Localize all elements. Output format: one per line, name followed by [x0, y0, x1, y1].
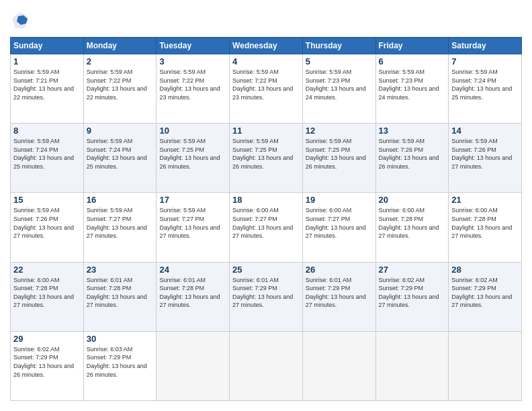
day-info: Sunrise: 6:00 AMSunset: 7:27 PMDaylight:… — [232, 206, 300, 240]
calendar-cell: 14Sunrise: 5:59 AMSunset: 7:26 PMDayligh… — [449, 124, 522, 193]
day-info: Sunrise: 6:00 AMSunset: 7:28 PMDaylight:… — [13, 276, 81, 310]
weekday-header-friday: Friday — [375, 38, 449, 54]
day-info: Sunrise: 6:02 AMSunset: 7:29 PMDaylight:… — [379, 276, 446, 310]
weekday-header-monday: Monday — [83, 38, 157, 54]
day-number: 10 — [159, 126, 226, 136]
day-info: Sunrise: 5:59 AMSunset: 7:27 PMDaylight:… — [159, 206, 226, 240]
calendar-cell: 28Sunrise: 6:02 AMSunset: 7:29 PMDayligh… — [449, 262, 522, 331]
calendar-cell: 13Sunrise: 5:59 AMSunset: 7:26 PMDayligh… — [375, 124, 449, 193]
calendar-cell: 19Sunrise: 6:00 AMSunset: 7:27 PMDayligh… — [302, 193, 375, 262]
day-number: 30 — [87, 334, 154, 344]
calendar-cell — [157, 331, 230, 400]
day-info: Sunrise: 5:59 AMSunset: 7:26 PMDaylight:… — [451, 137, 519, 171]
calendar-cell: 18Sunrise: 6:00 AMSunset: 7:27 PMDayligh… — [230, 193, 303, 262]
day-info: Sunrise: 6:03 AMSunset: 7:29 PMDaylight:… — [87, 345, 154, 379]
day-info: Sunrise: 5:59 AMSunset: 7:24 PMDaylight:… — [451, 68, 519, 101]
day-number: 19 — [306, 195, 373, 205]
calendar-cell: 24Sunrise: 6:01 AMSunset: 7:28 PMDayligh… — [157, 262, 230, 331]
calendar-week-3: 22Sunrise: 6:00 AMSunset: 7:28 PMDayligh… — [11, 262, 522, 331]
day-info: Sunrise: 5:59 AMSunset: 7:26 PMDaylight:… — [379, 137, 446, 171]
day-number: 27 — [379, 265, 446, 275]
calendar-cell: 27Sunrise: 6:02 AMSunset: 7:29 PMDayligh… — [375, 262, 449, 331]
day-number: 11 — [232, 126, 300, 136]
calendar-cell: 4Sunrise: 5:59 AMSunset: 7:22 PMDaylight… — [230, 54, 303, 124]
calendar-cell: 22Sunrise: 6:00 AMSunset: 7:28 PMDayligh… — [11, 262, 84, 331]
calendar-cell: 25Sunrise: 6:01 AMSunset: 7:29 PMDayligh… — [230, 262, 303, 331]
day-number: 24 — [159, 265, 226, 275]
day-number: 5 — [306, 56, 373, 66]
calendar-cell: 23Sunrise: 6:01 AMSunset: 7:28 PMDayligh… — [83, 262, 157, 331]
day-info: Sunrise: 5:59 AMSunset: 7:25 PMDaylight:… — [306, 137, 373, 171]
day-info: Sunrise: 5:59 AMSunset: 7:26 PMDaylight:… — [13, 206, 81, 240]
calendar-cell: 15Sunrise: 5:59 AMSunset: 7:26 PMDayligh… — [11, 193, 84, 262]
calendar-cell: 26Sunrise: 6:01 AMSunset: 7:29 PMDayligh… — [302, 262, 375, 331]
day-number: 3 — [159, 56, 226, 66]
day-number: 1 — [13, 56, 81, 66]
calendar-week-2: 15Sunrise: 5:59 AMSunset: 7:26 PMDayligh… — [11, 193, 522, 262]
page: SundayMondayTuesdayWednesdayThursdayFrid… — [0, 0, 532, 411]
calendar-week-1: 8Sunrise: 5:59 AMSunset: 7:24 PMDaylight… — [11, 124, 522, 193]
day-number: 23 — [87, 265, 154, 275]
weekday-header-tuesday: Tuesday — [157, 38, 230, 54]
calendar-week-0: 1Sunrise: 5:59 AMSunset: 7:21 PMDaylight… — [11, 54, 522, 124]
calendar-cell: 2Sunrise: 5:59 AMSunset: 7:22 PMDaylight… — [83, 54, 157, 124]
day-number: 14 — [451, 126, 519, 136]
day-info: Sunrise: 6:02 AMSunset: 7:29 PMDaylight:… — [13, 345, 81, 379]
weekday-header-saturday: Saturday — [449, 38, 522, 54]
day-info: Sunrise: 6:01 AMSunset: 7:29 PMDaylight:… — [232, 276, 300, 310]
day-number: 29 — [13, 334, 81, 344]
day-number: 28 — [451, 265, 519, 275]
calendar-cell: 9Sunrise: 5:59 AMSunset: 7:24 PMDaylight… — [83, 124, 157, 193]
day-number: 25 — [232, 265, 300, 275]
weekday-header-sunday: Sunday — [11, 38, 84, 54]
weekday-header-row: SundayMondayTuesdayWednesdayThursdayFrid… — [11, 38, 522, 54]
calendar-cell: 20Sunrise: 6:00 AMSunset: 7:28 PMDayligh… — [375, 193, 449, 262]
calendar-cell — [302, 331, 375, 400]
header — [10, 10, 522, 30]
day-number: 2 — [87, 56, 154, 66]
day-number: 22 — [13, 265, 81, 275]
day-number: 21 — [451, 195, 519, 205]
day-number: 17 — [159, 195, 226, 205]
day-info: Sunrise: 6:00 AMSunset: 7:27 PMDaylight:… — [306, 206, 373, 240]
calendar-table: SundayMondayTuesdayWednesdayThursdayFrid… — [10, 37, 522, 401]
calendar-cell: 7Sunrise: 5:59 AMSunset: 7:24 PMDaylight… — [449, 54, 522, 124]
day-info: Sunrise: 6:01 AMSunset: 7:28 PMDaylight:… — [159, 276, 226, 310]
day-number: 26 — [306, 265, 373, 275]
day-info: Sunrise: 5:59 AMSunset: 7:22 PMDaylight:… — [232, 68, 300, 101]
calendar-cell: 29Sunrise: 6:02 AMSunset: 7:29 PMDayligh… — [11, 331, 84, 400]
day-info: Sunrise: 6:00 AMSunset: 7:28 PMDaylight:… — [379, 206, 446, 240]
calendar-cell: 1Sunrise: 5:59 AMSunset: 7:21 PMDaylight… — [11, 54, 84, 124]
day-number: 6 — [379, 56, 446, 66]
day-info: Sunrise: 5:59 AMSunset: 7:27 PMDaylight:… — [87, 206, 154, 240]
day-info: Sunrise: 5:59 AMSunset: 7:21 PMDaylight:… — [13, 68, 81, 101]
calendar-cell — [449, 331, 522, 400]
day-info: Sunrise: 5:59 AMSunset: 7:24 PMDaylight:… — [13, 137, 81, 171]
calendar-cell: 11Sunrise: 5:59 AMSunset: 7:25 PMDayligh… — [230, 124, 303, 193]
day-number: 15 — [13, 195, 81, 205]
day-info: Sunrise: 5:59 AMSunset: 7:22 PMDaylight:… — [87, 68, 154, 101]
day-number: 12 — [306, 126, 373, 136]
day-info: Sunrise: 5:59 AMSunset: 7:25 PMDaylight:… — [159, 137, 226, 171]
day-number: 16 — [87, 195, 154, 205]
logo-icon — [10, 10, 30, 30]
calendar-cell: 10Sunrise: 5:59 AMSunset: 7:25 PMDayligh… — [157, 124, 230, 193]
day-info: Sunrise: 6:01 AMSunset: 7:28 PMDaylight:… — [87, 276, 154, 310]
calendar-cell — [230, 331, 303, 400]
calendar-cell: 17Sunrise: 5:59 AMSunset: 7:27 PMDayligh… — [157, 193, 230, 262]
calendar-cell: 8Sunrise: 5:59 AMSunset: 7:24 PMDaylight… — [11, 124, 84, 193]
day-number: 7 — [451, 56, 519, 66]
day-number: 4 — [232, 56, 300, 66]
day-number: 20 — [379, 195, 446, 205]
weekday-header-thursday: Thursday — [302, 38, 375, 54]
day-number: 18 — [232, 195, 300, 205]
day-info: Sunrise: 5:59 AMSunset: 7:24 PMDaylight:… — [87, 137, 154, 171]
day-number: 13 — [379, 126, 446, 136]
day-info: Sunrise: 5:59 AMSunset: 7:23 PMDaylight:… — [379, 68, 446, 101]
calendar-cell: 16Sunrise: 5:59 AMSunset: 7:27 PMDayligh… — [83, 193, 157, 262]
calendar-cell: 12Sunrise: 5:59 AMSunset: 7:25 PMDayligh… — [302, 124, 375, 193]
day-info: Sunrise: 5:59 AMSunset: 7:22 PMDaylight:… — [159, 68, 226, 101]
calendar-cell: 3Sunrise: 5:59 AMSunset: 7:22 PMDaylight… — [157, 54, 230, 124]
day-number: 9 — [87, 126, 154, 136]
logo — [10, 10, 33, 30]
